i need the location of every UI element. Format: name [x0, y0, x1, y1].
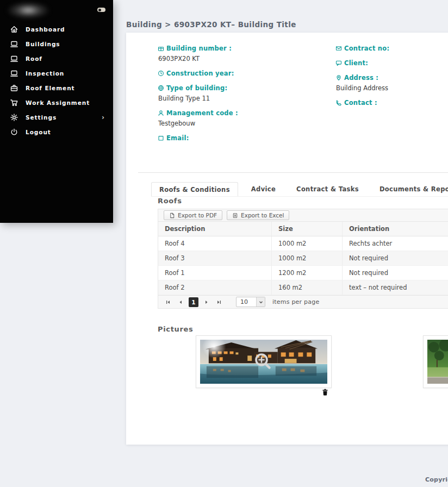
- pdf-file-icon: [169, 213, 175, 218]
- tab-documents-reports[interactable]: Documents & Reports: [372, 182, 448, 196]
- field-email: Email:: [158, 134, 321, 142]
- table-row[interactable]: Roof 2 160 m2 text – not required: [158, 280, 448, 295]
- field-label: Email:: [166, 134, 189, 142]
- building-detail-card: Building number : 6903PX20 KT Constructi…: [126, 33, 448, 445]
- cart-icon: [10, 98, 18, 107]
- field-address: Address : Building Address: [335, 74, 448, 92]
- sidebar: Dashboard Buildings Roof Inspection: [0, 0, 113, 223]
- sidebar-toggle-icon[interactable]: [97, 8, 105, 12]
- clock-icon: [158, 70, 164, 77]
- cell-orientation: Not required: [342, 251, 448, 265]
- table-row[interactable]: Roof 4 1000 m2 Rechts achter: [158, 236, 448, 251]
- cell-size: 1000 m2: [271, 251, 342, 265]
- field-building-number: Building number : 6903PX20 KT: [158, 45, 321, 63]
- page-size-value: 10: [237, 298, 256, 305]
- first-page-icon[interactable]: [164, 298, 172, 307]
- picture-thumbnail-trees[interactable]: [423, 335, 448, 388]
- gear-icon: [10, 113, 18, 122]
- tab-contract-tasks[interactable]: Contract & Tasks: [289, 182, 366, 196]
- export-excel-button[interactable]: Export to Excel: [227, 210, 289, 220]
- previous-page-icon[interactable]: [176, 298, 185, 307]
- sidebar-item-roof[interactable]: Roof: [0, 51, 113, 66]
- field-construction-year: Construction year:: [158, 70, 321, 77]
- app-logo: [7, 2, 50, 18]
- sidebar-item-label: Roof Element: [26, 85, 75, 91]
- cell-description: Roof 4: [158, 236, 271, 251]
- breadcrumb: Building > 6903PX20 KT– Building Title: [126, 20, 296, 29]
- excel-file-icon: [232, 213, 238, 218]
- field-value: Testgebouw: [158, 120, 321, 127]
- cell-size: 1000 m2: [271, 236, 342, 251]
- power-icon: [10, 128, 18, 136]
- field-label: Contact :: [344, 99, 377, 107]
- sidebar-item-label: Buildings: [26, 41, 60, 47]
- export-excel-label: Export to Excel: [241, 212, 284, 218]
- field-management-code: Management code : Testgebouw: [158, 109, 321, 127]
- table-row[interactable]: Roof 1 1200 m2 Not required: [158, 266, 448, 280]
- field-label: Management code :: [166, 109, 238, 117]
- details-left-column: Building number : 6903PX20 KT Constructi…: [158, 45, 321, 149]
- person-icon: [158, 110, 164, 116]
- picture-thumbnail-house[interactable]: [196, 335, 332, 388]
- globe-icon: [158, 85, 164, 91]
- grid-body: Roof 4 1000 m2 Rechts achter Roof 3 1000…: [158, 236, 448, 295]
- sidebar-nav: Dashboard Buildings Roof Inspection: [0, 22, 113, 139]
- sidebar-item-label: Inspection: [26, 70, 64, 77]
- column-header-orientation[interactable]: Orientation: [342, 222, 448, 236]
- mail-icon: [158, 135, 164, 141]
- last-page-icon[interactable]: [215, 298, 223, 307]
- roofs-section-title: Roofs: [158, 197, 182, 205]
- delete-picture-icon[interactable]: [322, 389, 328, 396]
- field-label: Address :: [344, 74, 378, 82]
- cell-size: 1200 m2: [271, 266, 342, 280]
- field-label: Building number :: [166, 45, 232, 52]
- export-pdf-button[interactable]: Export to PDF: [164, 210, 222, 220]
- sidebar-item-work-assignment[interactable]: Work Assignment: [0, 95, 113, 110]
- sidebar-item-settings[interactable]: Settings ›: [0, 110, 113, 124]
- details-right-column: Contract no: Client: Address: [335, 45, 448, 114]
- page-number-button[interactable]: 1: [189, 297, 198, 307]
- sidebar-item-logout[interactable]: Logout: [0, 124, 113, 139]
- field-type-of-building: Type of building: Building Type 11: [158, 84, 321, 102]
- sidebar-item-buildings[interactable]: Buildings: [0, 36, 113, 51]
- zoom-in-icon[interactable]: [253, 351, 275, 373]
- chevron-down-icon: [256, 297, 265, 307]
- field-value: Building Type 11: [158, 95, 321, 102]
- field-label: Type of building:: [166, 84, 227, 92]
- field-value: 6903PX20 KT: [158, 55, 321, 63]
- sidebar-item-label: Work Assignment: [26, 99, 90, 106]
- cell-orientation: text – not required: [342, 280, 448, 295]
- sidebar-item-inspection[interactable]: Inspection: [0, 66, 113, 80]
- next-page-icon[interactable]: [202, 298, 211, 307]
- page-size-select[interactable]: 10: [236, 297, 265, 307]
- field-client: Client:: [335, 59, 448, 67]
- roofs-grid-toolbar: Export to PDF Export to Excel: [158, 209, 448, 222]
- sidebar-item-label: Dashboard: [26, 26, 65, 33]
- chevron-right-icon: ›: [102, 114, 104, 121]
- sidebar-item-roof-element[interactable]: Roof Element: [0, 80, 113, 95]
- chat-icon: [335, 60, 342, 66]
- screen-icon: [10, 69, 18, 78]
- column-header-size[interactable]: Size: [271, 222, 342, 236]
- column-header-description[interactable]: Description: [158, 222, 271, 236]
- house-pool-photo: [200, 340, 327, 384]
- sidebar-item-label: Settings: [26, 114, 57, 121]
- sidebar-item-dashboard[interactable]: Dashboard: [0, 22, 113, 36]
- tab-roofs-conditions[interactable]: Roofs & Conditions: [151, 182, 238, 196]
- grid-pager: 1 10 items per page: [158, 295, 448, 308]
- field-contact: Contact :: [335, 99, 448, 107]
- sidebar-item-label: Logout: [26, 129, 51, 135]
- roofs-grid: Export to PDF Export to Excel Descriptio…: [158, 209, 448, 309]
- map-pin-icon: [335, 74, 342, 81]
- field-label: Contract no:: [344, 45, 389, 52]
- phone-icon: [335, 99, 342, 106]
- screen-icon: [10, 54, 18, 63]
- cell-description: Roof 1: [158, 266, 271, 280]
- field-contract-no: Contract no:: [335, 45, 448, 52]
- table-row[interactable]: Roof 3 1000 m2 Not required: [158, 251, 448, 266]
- field-label: Construction year:: [166, 70, 234, 77]
- tab-advice[interactable]: Advice: [244, 182, 283, 196]
- section-divider: [138, 172, 448, 173]
- field-label: Client:: [344, 59, 368, 67]
- cell-orientation: Not required: [342, 266, 448, 280]
